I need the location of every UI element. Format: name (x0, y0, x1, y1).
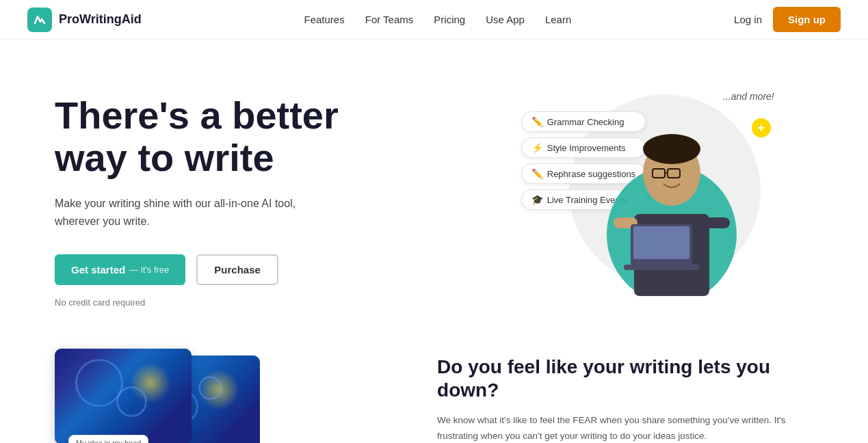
person-illustration (596, 98, 747, 296)
second-right: Do you feel like your writing lets you d… (437, 349, 817, 443)
svg-point-3 (643, 134, 700, 164)
nav-links: Features For Teams Pricing Use App Learn (304, 14, 572, 25)
hero-illustration: ...and more! + ✏️ Grammar Checking ⚡ Sty… (521, 84, 781, 296)
hero-left: There's a better way to write Make your … (55, 81, 434, 308)
style-icon: ⚡ (531, 142, 543, 153)
login-button[interactable]: Log in (734, 14, 762, 25)
svg-rect-8 (706, 217, 730, 228)
logo-text: ProWritingAid (59, 12, 142, 27)
get-started-label: Get started (71, 264, 125, 276)
navbar: ProWritingAid Features For Teams Pricing… (0, 0, 868, 40)
logo-icon (27, 8, 52, 32)
nav-item-pricing[interactable]: Pricing (434, 14, 465, 25)
section-heading: Do you feel like your writing lets you d… (437, 355, 817, 401)
card-stack: My idea in my head (55, 349, 287, 443)
svg-rect-11 (624, 265, 699, 270)
get-started-button[interactable]: Get started — it's free (55, 254, 185, 285)
hero-subtitle: Make your writing shine with our all-in-… (55, 195, 328, 230)
hero-right: ...and more! + ✏️ Grammar Checking ⚡ Sty… (462, 81, 841, 299)
nav-item-use-app[interactable]: Use App (486, 14, 525, 25)
hero-buttons: Get started — it's free Purchase (55, 254, 434, 285)
swirl-front-2 (116, 386, 147, 417)
second-left: My idea in my head (55, 349, 396, 443)
plus-icon: + (752, 118, 771, 137)
swirl-3 (198, 376, 222, 400)
grammar-icon: ✏️ (531, 116, 543, 127)
signup-button[interactable]: Sign up (773, 7, 841, 32)
nav-item-learn[interactable]: Learn (545, 14, 571, 25)
nav-item-for-teams[interactable]: For Teams (365, 14, 414, 25)
free-label: — it's free (129, 265, 169, 275)
starry-night-front (55, 349, 192, 443)
no-credit-text: No credit card required (55, 297, 434, 308)
logo-link[interactable]: ProWritingAid (27, 8, 142, 32)
training-icon: 🎓 (531, 194, 543, 205)
second-section: My idea in my head Do you feel like your… (0, 335, 868, 443)
svg-rect-10 (633, 226, 689, 259)
nav-item-features[interactable]: Features (304, 14, 345, 25)
hero-title: There's a better way to write (55, 94, 434, 178)
section-body: We know what it's like to feel the FEAR … (437, 413, 817, 443)
hero-section: There's a better way to write Make your … (0, 40, 868, 335)
purchase-button[interactable]: Purchase (196, 254, 278, 285)
nav-actions: Log in Sign up (734, 7, 841, 32)
idea-bubble: My idea in my head (68, 435, 148, 443)
rephrase-icon: ✏️ (531, 168, 543, 179)
card-front: My idea in my head (55, 349, 192, 443)
